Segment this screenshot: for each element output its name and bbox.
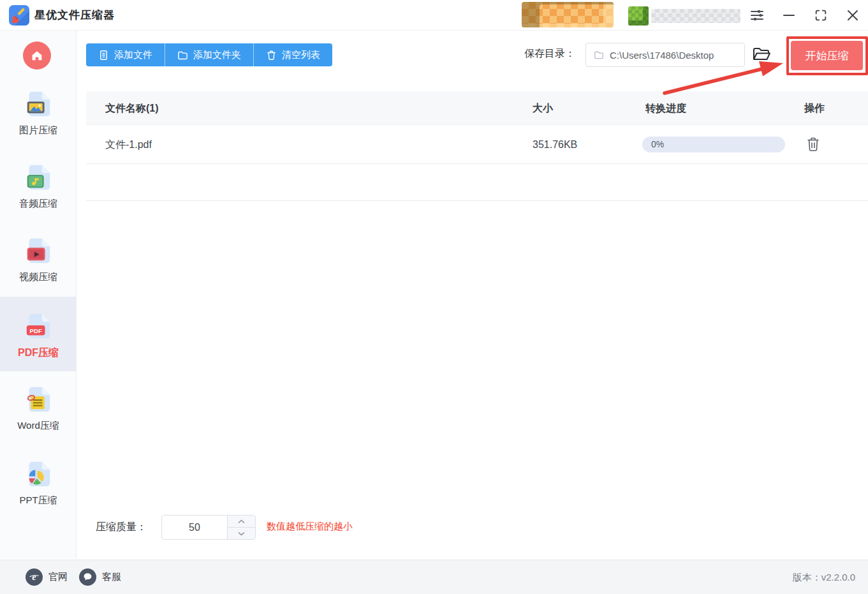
page-title: 星优文件压缩器 [34, 8, 115, 22]
quality-hint-text: 数值越低压缩的越小 [267, 521, 353, 533]
clear-list-label: 清空列表 [282, 49, 320, 61]
official-website-link[interactable]: e 官网 [26, 568, 68, 586]
main-panel: 添加文件 添加文件夹 清空列表 保存目录： [77, 31, 868, 559]
sidebar-item-label: 图片压缩 [0, 124, 77, 137]
svg-text:PDF: PDF [30, 327, 42, 334]
sidebar: 图片压缩 音频压缩 [0, 31, 77, 559]
word-file-icon [24, 385, 53, 414]
blurred-account-name [651, 9, 740, 23]
sidebar-item-ppt-compress[interactable]: PPT压缩 [0, 459, 77, 507]
quality-stepper [161, 515, 256, 540]
customer-support-label: 客服 [102, 571, 121, 583]
toolbar-button-group: 添加文件 添加文件夹 清空列表 [86, 43, 332, 66]
video-file-icon [24, 236, 53, 265]
sidebar-item-video-compress[interactable]: 视频压缩 [0, 236, 77, 283]
sidebar-item-label: PPT压缩 [0, 494, 77, 507]
open-folder-icon [752, 45, 771, 64]
quality-spinner [227, 516, 255, 539]
chevron-up-icon [238, 519, 245, 524]
sidebar-item-word-compress[interactable]: Word压缩 [0, 385, 77, 432]
progress-text: 0% [651, 137, 664, 152]
home-icon [30, 48, 44, 63]
add-folder-button[interactable]: 添加文件夹 [165, 43, 253, 66]
footer-bar: e 官网 客服 版本：v2.2.0.0 [0, 560, 868, 594]
save-dir-input[interactable]: C:\Users\17486\Desktop [585, 43, 745, 67]
pdf-file-icon: PDF [24, 311, 53, 341]
blurred-user-badge[interactable] [522, 2, 614, 27]
progress-bar: 0% [642, 137, 785, 152]
table-row-empty [86, 164, 868, 201]
column-header-progress: 转换进度 [645, 91, 686, 125]
quality-input[interactable] [162, 516, 227, 539]
sidebar-item-image-compress[interactable]: 图片压缩 [0, 89, 77, 137]
column-header-size: 大小 [533, 91, 553, 125]
column-header-action: 操作 [804, 91, 825, 125]
blurred-account-icon[interactable] [628, 6, 649, 26]
quality-label: 压缩质量： [96, 521, 147, 534]
add-file-label: 添加文件 [114, 49, 152, 61]
file-name: 文件-1.pdf [105, 125, 152, 164]
clear-list-button[interactable]: 清空列表 [253, 43, 332, 66]
sidebar-item-label: Word压缩 [0, 420, 77, 432]
maximize-button[interactable] [811, 6, 830, 25]
browse-folder-button[interactable] [752, 45, 771, 64]
sidebar-item-label: PDF压缩 [0, 346, 77, 360]
chat-bubble-icon [79, 568, 96, 586]
title-bar: 星优文件压缩器 [0, 0, 868, 31]
trash-icon [806, 137, 820, 152]
table-row[interactable]: 文件-1.pdf 351.76KB 0% [86, 125, 868, 164]
document-icon [98, 50, 109, 61]
quality-decrement-button[interactable] [228, 528, 255, 539]
delete-file-button[interactable] [805, 137, 821, 153]
chevron-down-icon [238, 531, 245, 536]
save-dir-path: C:\Users\17486\Desktop [610, 50, 714, 61]
version-text: 版本：v2.2.0.0 [793, 572, 855, 584]
folder-icon [594, 50, 604, 60]
file-size: 351.76KB [533, 125, 577, 164]
sidebar-item-audio-compress[interactable]: 音频压缩 [0, 163, 77, 210]
sidebar-item-label: 音频压缩 [0, 198, 77, 210]
image-file-icon [24, 89, 53, 119]
close-button[interactable] [843, 6, 862, 25]
quality-increment-button[interactable] [228, 516, 255, 528]
add-file-button[interactable]: 添加文件 [86, 43, 165, 66]
minimize-button[interactable] [779, 6, 798, 25]
audio-file-icon [24, 163, 53, 192]
start-compress-button[interactable]: 开始压缩 [791, 41, 863, 70]
official-website-label: 官网 [48, 571, 68, 583]
sidebar-item-label: 视频压缩 [0, 271, 77, 283]
app-window: 星优文件压缩器 [0, 0, 868, 594]
trash-icon [266, 50, 277, 61]
svg-text:e: e [32, 572, 36, 582]
sidebar-item-pdf-compress[interactable]: PDF PDF压缩 [0, 297, 77, 371]
broom-app-icon [9, 5, 29, 26]
ppt-file-icon [24, 459, 53, 489]
customer-support-link[interactable]: 客服 [79, 568, 121, 586]
file-table: 文件名称(1) 大小 转换进度 操作 文件-1.pdf 351.76KB 0% [86, 91, 868, 201]
settings-sliders-icon[interactable] [747, 6, 767, 25]
home-button[interactable] [23, 41, 51, 70]
folder-icon [177, 50, 188, 61]
save-dir-label: 保存目录： [524, 47, 575, 61]
column-header-filename: 文件名称(1) [105, 91, 159, 125]
add-folder-label: 添加文件夹 [193, 49, 241, 61]
table-header-row: 文件名称(1) 大小 转换进度 操作 [86, 91, 868, 125]
browser-globe-icon: e [26, 568, 43, 586]
